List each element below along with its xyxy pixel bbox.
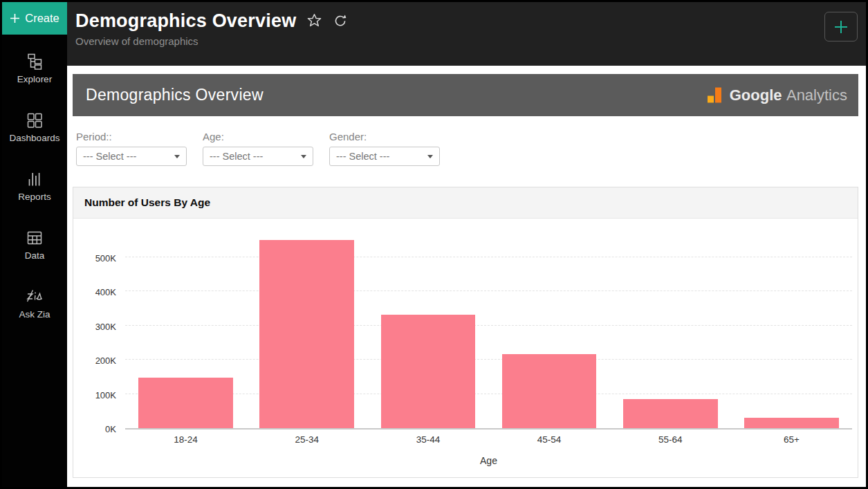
main-area: Demographics Overview Overview of demogr… [67,2,866,487]
y-axis-tick: 300K [73,322,116,333]
age-select[interactable]: --- Select --- [203,147,313,166]
x-axis-tick: 45-54 [489,434,610,445]
filter-row: Period:: --- Select --- Age: --- Select … [76,131,858,166]
chart-bar[interactable] [138,378,233,428]
x-axis-tick: 18-24 [125,434,246,445]
sidebar-item-label: Ask Zia [19,309,50,320]
sidebar-item-label: Reports [18,192,50,202]
sidebar-item-data[interactable]: Data [25,229,45,261]
chart-plot: 18-2425-3435-4445-5455-6465+ [125,223,852,430]
sidebar-item-label: Dashboards [10,133,60,143]
sidebar-nav: Explorer Dashboards [2,35,67,320]
filter-period: Period:: --- Select --- [76,131,187,166]
y-axis-tick: 200K [73,356,116,367]
create-button-label: Create [25,12,59,25]
page-subtitle: Overview of demographics [75,35,866,47]
sidebar-item-ask-zia[interactable]: Ask Zia [19,288,50,320]
chart-panel: Number of Users By Age 18-2425-3435-4445… [73,187,858,478]
chart-bar[interactable] [744,418,839,428]
y-axis-tick: 500K [73,253,116,264]
x-axis-tick: 25-34 [246,434,367,445]
period-select[interactable]: --- Select --- [76,147,187,166]
filter-label: Age: [203,131,313,142]
banner-title: Demographics Overview [86,86,264,104]
chart-bar[interactable] [502,354,597,428]
filter-label: Period:: [76,131,187,142]
topbar: Demographics Overview Overview of demogr… [67,2,866,66]
chevron-down-icon [427,155,433,158]
chart-bar[interactable] [259,240,354,428]
explorer-icon [26,53,44,71]
y-axis-tick: 0K [73,424,116,435]
select-value: --- Select --- [210,151,263,162]
chart-body: 18-2425-3435-4445-5455-6465+ Age 0K100K2… [73,219,858,477]
y-axis-tick: 100K [73,390,116,401]
reports-icon [26,170,44,188]
content: Demographics Overview Google Analytics [67,66,866,487]
bar-slot: 25-34 [246,223,367,428]
google-analytics-logo [705,86,724,104]
dashboards-icon [26,111,44,129]
chart-bar[interactable] [381,315,476,429]
chart-title: Number of Users By Age [73,187,858,219]
filter-gender: Gender: --- Select --- [329,131,440,166]
x-axis-tick: 55-64 [610,434,731,445]
filter-age: Age: --- Select --- [203,131,313,166]
bar-slot: 35-44 [367,223,488,428]
ga-wordmark-primary: Google [730,86,782,104]
chevron-down-icon [301,155,306,158]
chart-bar[interactable] [623,399,718,428]
bar-slot: 45-54 [489,223,610,428]
select-value: --- Select --- [336,151,389,162]
refresh-icon[interactable] [333,13,348,31]
sidebar-item-reports[interactable]: Reports [18,170,50,202]
sidebar-item-label: Data [25,250,45,261]
select-value: --- Select --- [83,151,136,162]
sidebar: Create Explorer [2,2,67,487]
dashboard-banner: Demographics Overview Google Analytics [73,74,858,116]
filter-label: Gender: [329,131,440,142]
page-title: Demographics Overview [75,10,296,32]
plus-icon [10,13,20,24]
x-axis-tick: 65+ [731,434,852,445]
bar-slot: 18-24 [125,223,246,428]
x-axis-tick: 35-44 [367,434,488,445]
sidebar-item-dashboards[interactable]: Dashboards [10,111,60,143]
chevron-down-icon [174,155,180,158]
star-icon[interactable] [306,12,322,31]
google-analytics-brand: Google Analytics [705,86,847,104]
bar-slot: 65+ [731,223,852,428]
sidebar-item-explorer[interactable]: Explorer [17,53,52,84]
x-axis-title: Age [125,455,852,466]
data-icon [26,229,44,247]
gender-select[interactable]: --- Select --- [329,147,440,166]
add-icon [833,19,849,35]
create-button[interactable]: Create [2,2,67,35]
ga-wordmark-secondary: Analytics [786,86,847,104]
app-window: Create Explorer [0,0,868,489]
y-axis-tick: 400K [73,287,116,298]
zia-icon [26,288,44,306]
bar-slot: 55-64 [610,223,731,428]
sidebar-item-label: Explorer [17,74,52,84]
add-button[interactable] [824,12,858,41]
